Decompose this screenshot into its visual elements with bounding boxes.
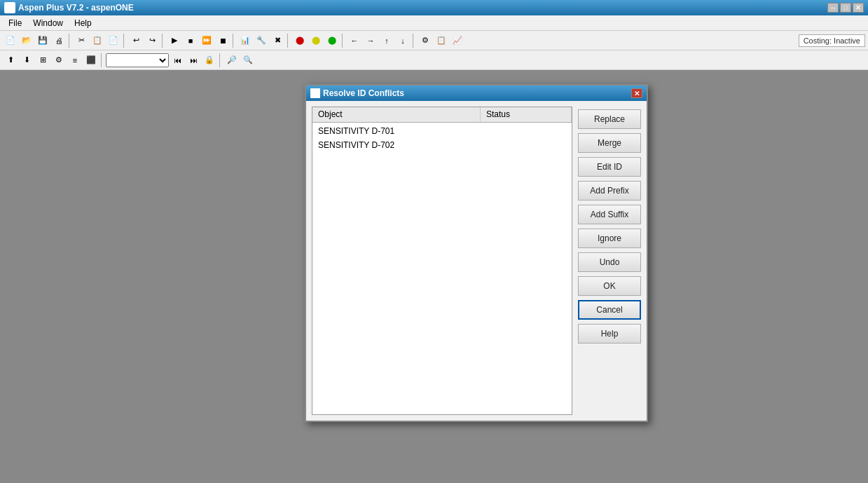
ok-button[interactable]: OK — [578, 276, 641, 296]
tb2-block[interactable]: ⬛ — [83, 53, 99, 68]
tb-open[interactable]: 📂 — [19, 33, 34, 48]
dialog-icon — [310, 88, 320, 98]
main-area: Resolve ID Conflicts ✕ Object Status SEN… — [0, 70, 868, 483]
tb-properties[interactable]: ⚙ — [418, 33, 433, 48]
tb2-nav1[interactable]: ⏮ — [170, 53, 185, 68]
tb-results[interactable]: 📊 — [237, 33, 253, 48]
tb-arrow1[interactable]: ← — [347, 33, 362, 48]
tb-redo[interactable]: ↪ — [144, 33, 160, 48]
tb2-sep1 — [101, 53, 104, 67]
help-button[interactable]: Help — [578, 324, 641, 343]
tb-arrow2[interactable]: → — [363, 33, 378, 48]
tb-sep7 — [413, 34, 415, 48]
tb2-view2[interactable]: 🔍 — [240, 53, 256, 68]
window-controls: ─ □ ✕ — [827, 3, 864, 13]
tb-copy[interactable]: 📋 — [90, 33, 105, 48]
tb2-sep2 — [219, 53, 222, 67]
tb-paste[interactable]: 📄 — [106, 33, 121, 48]
tb-reset[interactable]: ⏹ — [215, 33, 230, 48]
tb-sep2 — [123, 34, 126, 48]
list-body: SENSITIVITY D-701 SENSITIVITY D-702 — [312, 123, 572, 154]
app-title: Aspen Plus V7.2 - aspenONE — [18, 3, 827, 13]
tb2-list[interactable]: ≡ — [67, 53, 83, 68]
tb-save[interactable]: 💾 — [35, 33, 50, 48]
tb-cut[interactable]: ✂ — [74, 33, 89, 48]
tb-run[interactable]: ▶ — [167, 33, 182, 48]
tb-step[interactable]: ⏩ — [199, 33, 214, 48]
tb2-up[interactable]: ⬆ — [3, 53, 18, 68]
col-header-status: Status — [481, 107, 572, 122]
app-icon — [4, 2, 15, 13]
minimize-button[interactable]: ─ — [827, 3, 839, 13]
tb-sep3 — [162, 34, 165, 48]
list-header: Object Status — [312, 107, 572, 123]
tb-blockx[interactable]: ✖ — [270, 33, 285, 48]
menu-help[interactable]: Help — [69, 17, 97, 29]
replace-button[interactable]: Replace — [578, 109, 641, 129]
title-bar: Aspen Plus V7.2 - aspenONE ─ □ ✕ — [0, 0, 868, 15]
tb-sep6 — [342, 34, 345, 48]
tb-graph[interactable]: 📈 — [450, 33, 465, 48]
tb-sep4 — [233, 34, 235, 48]
dialog-buttons-panel: Replace Merge Edit ID Add Prefix Add Suf… — [578, 107, 641, 415]
list-item[interactable]: SENSITIVITY D-702 — [312, 138, 572, 152]
tb-arrow3[interactable]: ↑ — [379, 33, 394, 48]
tb-undo[interactable]: ↩ — [128, 33, 144, 48]
tb2-settings[interactable]: ⚙ — [51, 53, 67, 68]
tb-sep5 — [287, 34, 290, 48]
resolve-id-dialog: Resolve ID Conflicts ✕ Object Status SEN… — [305, 84, 648, 422]
dialog-content: Object Status SENSITIVITY D-701 SENSITIV… — [306, 101, 647, 421]
tb-red-circle[interactable]: ⬤ — [292, 33, 308, 48]
tb2-nav2[interactable]: ⏭ — [186, 53, 201, 68]
tb2-down[interactable]: ⬇ — [19, 53, 34, 68]
list-item[interactable]: SENSITIVITY D-701 — [312, 124, 572, 138]
tb-arrow4[interactable]: ↓ — [395, 33, 411, 48]
dialog-titlebar: Resolve ID Conflicts ✕ — [306, 86, 647, 101]
costing-status: Costing: Inactive — [799, 34, 865, 47]
add-prefix-button[interactable]: Add Prefix — [578, 181, 641, 200]
conflicts-list-panel: Object Status SENSITIVITY D-701 SENSITIV… — [312, 107, 572, 415]
tb2-view1[interactable]: 🔎 — [224, 53, 240, 68]
menu-window[interactable]: Window — [27, 17, 69, 29]
tb-green-circle[interactable]: ⬤ — [324, 33, 340, 48]
add-suffix-button[interactable]: Add Suffix — [578, 205, 641, 224]
cancel-button[interactable]: Cancel — [578, 300, 641, 320]
tb2-grid[interactable]: ⊞ — [35, 53, 50, 68]
col-header-object: Object — [312, 107, 481, 122]
tb-print[interactable]: 🖨 — [51, 33, 67, 48]
tb-stop[interactable]: ■ — [183, 33, 198, 48]
maximize-button[interactable]: □ — [840, 3, 851, 13]
tb-sep1 — [69, 34, 71, 48]
tb-yellow-circle[interactable]: ⬤ — [308, 33, 324, 48]
undo-button[interactable]: Undo — [578, 252, 641, 272]
dialog-close-button[interactable]: ✕ — [631, 88, 642, 98]
menu-file[interactable]: File — [3, 17, 27, 29]
tb-new[interactable]: 📄 — [3, 33, 18, 48]
edit-id-button[interactable]: Edit ID — [578, 157, 641, 177]
ignore-button[interactable]: Ignore — [578, 229, 641, 248]
tb-data[interactable]: 📋 — [434, 33, 449, 48]
tb-streams[interactable]: 🔧 — [254, 33, 269, 48]
merge-button[interactable]: Merge — [578, 133, 641, 153]
toolbar-dropdown[interactable] — [106, 53, 169, 67]
toolbar-secondary: ⬆ ⬇ ⊞ ⚙ ≡ ⬛ ⏮ ⏭ 🔒 🔎 🔍 — [0, 50, 868, 70]
menu-bar: File Window Help — [0, 15, 868, 31]
close-button[interactable]: ✕ — [853, 3, 864, 13]
tb2-lock[interactable]: 🔒 — [202, 53, 217, 68]
toolbar-main: 📄 📂 💾 🖨 ✂ 📋 📄 ↩ ↪ ▶ ■ ⏩ ⏹ 📊 🔧 ✖ ⬤ ⬤ ⬤ ← … — [0, 31, 868, 50]
dialog-title: Resolve ID Conflicts — [323, 88, 631, 98]
